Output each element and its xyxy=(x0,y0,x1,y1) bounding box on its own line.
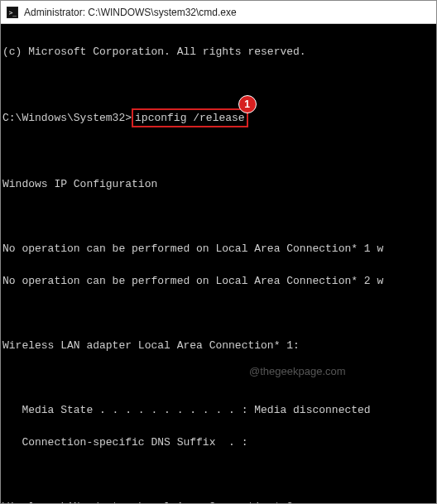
terminal-output[interactable]: (c) Microsoft Corporation. All rights re… xyxy=(1,24,436,504)
blank xyxy=(2,209,435,225)
output-line: Media State . . . . . . . . . . . : Medi… xyxy=(2,402,435,419)
command-highlight-1: ipconfig /release1 xyxy=(132,108,248,128)
window-titlebar: >_ Administrator: C:\WINDOWS\system32\cm… xyxy=(1,1,436,24)
cmd-icon: >_ xyxy=(6,6,19,19)
blank xyxy=(2,76,435,93)
copyright-line: (c) Microsoft Corporation. All rights re… xyxy=(2,44,435,60)
prompt-line-1: C:\Windows\System32>ipconfig /release1 xyxy=(2,108,435,128)
blank xyxy=(2,305,435,322)
blank xyxy=(2,467,435,483)
section-heading: Windows IP Configuration xyxy=(2,176,435,193)
output-line: Connection-specific DNS Suffix . : xyxy=(2,434,435,451)
command-text-1: ipconfig /release xyxy=(135,112,245,124)
annotation-badge-1: 1 xyxy=(238,95,257,113)
output-line: No operation can be performed on Local A… xyxy=(2,241,435,257)
output-line: No operation can be performed on Local A… xyxy=(2,273,435,290)
blank xyxy=(2,144,435,161)
blank xyxy=(2,370,435,386)
prompt-path: C:\Windows\System32> xyxy=(2,112,132,124)
adapter-title: Wireless LAN adapter Local Area Connecti… xyxy=(2,338,435,354)
svg-text:>_: >_ xyxy=(9,8,17,16)
window-title: Administrator: C:\WINDOWS\system32\cmd.e… xyxy=(24,7,237,18)
adapter-title: Wireless LAN adapter Local Area Connecti… xyxy=(2,499,435,505)
